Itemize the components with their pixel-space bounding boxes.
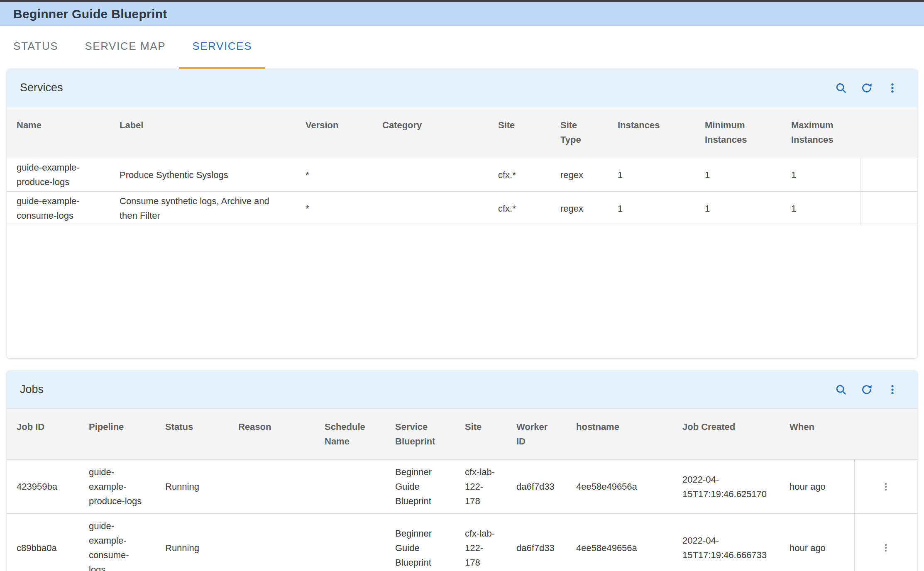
jobs-panel: Jobs Job ID Pipeline Status Reason Sched… [7,371,917,571]
service-site-type: regex [550,158,608,192]
col-reason: Reason [228,409,315,460]
job-id: 423959ba [7,460,79,514]
tab-services[interactable]: SERVICES [179,26,265,69]
col-when: When [780,409,854,460]
job-created: 2022-04-15T17:19:46.625170 [672,460,780,514]
service-max-instances: 1 [781,192,860,225]
service-max-instances: 1 [781,158,860,192]
job-row-actions [854,514,917,571]
col-site-type: Site Type [550,107,608,158]
service-version: * [296,158,372,192]
services-panel-header: Services [7,69,917,107]
service-category [372,192,488,225]
job-pipeline: guide-example-consume-logs [79,514,155,571]
col-actions [860,107,917,158]
job-row-actions [854,460,917,514]
service-instances: 1 [608,158,695,192]
job-status: Running [155,460,228,514]
service-row-produce-logs[interactable]: guide-example-produce-logs Produce Sythe… [7,158,917,192]
job-reason [228,460,315,514]
jobs-panel-header: Jobs [7,371,917,409]
services-panel: Services Name Label Version Category Sit… [7,69,917,358]
col-site: Site [488,107,550,158]
job-row-423959ba[interactable]: 423959ba guide-example-produce-logs Runn… [7,460,917,514]
tab-bar: STATUS SERVICE MAP SERVICES [0,26,924,69]
col-name: Name [7,107,110,158]
services-panel-actions [834,81,899,95]
services-table: Name Label Version Category Site Site Ty… [7,107,917,225]
col-status: Status [155,409,228,460]
titlebar: Beginner Guide Blueprint [0,2,924,26]
col-schedule-name: Schedule Name [315,409,385,460]
col-label: Label [110,107,296,158]
col-version: Version [296,107,372,158]
col-job-created: Job Created [672,409,780,460]
job-schedule-name [315,460,385,514]
kebab-menu-icon[interactable] [879,480,892,493]
service-instances: 1 [608,192,695,225]
job-service-blueprint: Beginner Guide Blueprint [385,460,455,514]
job-service-blueprint: Beginner Guide Blueprint [385,514,455,571]
col-actions [854,409,917,460]
service-min-instances: 1 [695,192,781,225]
service-label: Produce Sythentic Syslogs [110,158,296,192]
search-icon[interactable] [834,81,848,95]
refresh-icon[interactable] [860,81,873,95]
service-name: guide-example-produce-logs [7,158,110,192]
service-site: cfx.* [488,192,550,225]
col-instances: Instances [608,107,695,158]
job-site: cfx-lab-122-178 [455,514,506,571]
refresh-icon[interactable] [860,383,873,396]
service-name: guide-example-consume-logs [7,192,110,225]
job-when: hour ago [780,460,854,514]
job-worker-id: da6f7d33 [506,514,566,571]
jobs-panel-title: Jobs [20,383,44,396]
services-empty-area [7,225,917,358]
kebab-menu-icon[interactable] [886,383,899,396]
jobs-table: Job ID Pipeline Status Reason Schedule N… [7,409,917,571]
service-row-consume-logs[interactable]: guide-example-consume-logs Consume synth… [7,192,917,225]
service-version: * [296,192,372,225]
col-hostname: hostname [566,409,672,460]
page-title: Beginner Guide Blueprint [13,7,167,21]
tab-service-map[interactable]: SERVICE MAP [71,26,179,69]
job-worker-id: da6f7d33 [506,460,566,514]
col-category: Category [372,107,488,158]
jobs-header-row: Job ID Pipeline Status Reason Schedule N… [7,409,917,460]
job-pipeline: guide-example-produce-logs [79,460,155,514]
col-job-id: Job ID [7,409,79,460]
job-site: cfx-lab-122-178 [455,460,506,514]
service-site: cfx.* [488,158,550,192]
job-when: hour ago [780,514,854,571]
job-schedule-name [315,514,385,571]
job-status: Running [155,514,228,571]
job-hostname: 4ee58e49656a [566,460,672,514]
services-panel-title: Services [20,81,63,94]
col-site: Site [455,409,506,460]
job-row-c89bba0a[interactable]: c89bba0a guide-example-consume-logs Runn… [7,514,917,571]
service-min-instances: 1 [695,158,781,192]
service-category [372,158,488,192]
col-worker-id: Worker ID [506,409,566,460]
search-icon[interactable] [834,383,848,396]
services-header-row: Name Label Version Category Site Site Ty… [7,107,917,158]
service-label: Consume synthetic logs, Archive and then… [110,192,296,225]
col-service-blueprint: Service Blueprint [385,409,455,460]
jobs-panel-actions [834,383,899,396]
kebab-menu-icon[interactable] [886,81,899,95]
job-id: c89bba0a [7,514,79,571]
job-hostname: 4ee58e49656a [566,514,672,571]
service-row-actions [860,158,917,192]
job-created: 2022-04-15T17:19:46.666733 [672,514,780,571]
service-row-actions [860,192,917,225]
service-site-type: regex [550,192,608,225]
col-pipeline: Pipeline [79,409,155,460]
tab-status[interactable]: STATUS [0,26,71,69]
col-max-instances: Maximum Instances [781,107,860,158]
job-reason [228,514,315,571]
kebab-menu-icon[interactable] [879,541,892,554]
col-min-instances: Minimum Instances [695,107,781,158]
